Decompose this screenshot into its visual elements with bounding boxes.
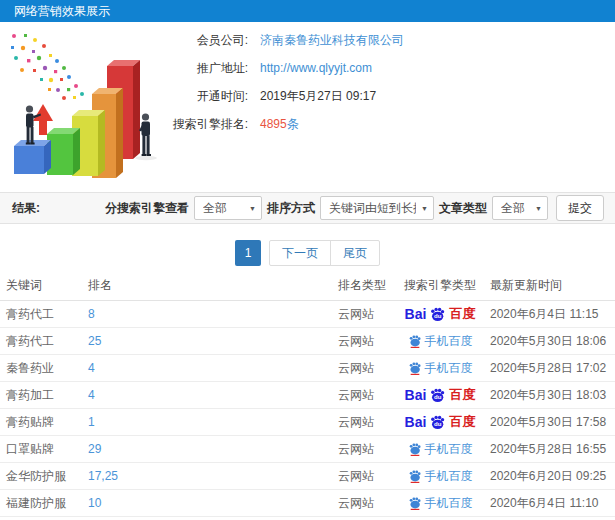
rank-type-cell: 云网站 xyxy=(332,387,396,404)
update-time-cell: 2020年5月30日 18:03 xyxy=(484,387,615,404)
engine-rank-count: 4895 xyxy=(260,118,287,130)
confetti-dots xyxy=(11,34,84,100)
next-page-button[interactable]: 下一页 xyxy=(270,241,331,265)
rank-type-cell: 云网站 xyxy=(332,495,396,512)
search-engine-cell: 手机百度 xyxy=(396,360,484,377)
rank-type-cell: 云网站 xyxy=(332,333,396,350)
search-engine-cell: 手机百度 xyxy=(396,495,484,512)
svg-text:du: du xyxy=(434,421,442,427)
table-row: 膏药代工8云网站Bai du 百度2020年6月4日 11:15 xyxy=(0,301,615,328)
company-link[interactable]: 济南秦鲁药业科技有限公司 xyxy=(260,34,404,46)
rank-link[interactable]: 4 xyxy=(88,388,95,402)
bar-green xyxy=(47,128,80,175)
rank-link[interactable]: 29 xyxy=(88,442,101,456)
engine-filter-value: 全部 xyxy=(203,200,244,217)
table-row: 膏药代工25云网站 手机百度2020年5月30日 18:06 xyxy=(0,328,615,355)
rank-cell: 1 xyxy=(82,415,332,429)
update-time-cell: 2020年5月30日 17:58 xyxy=(484,414,615,431)
results-section-label: 结果: xyxy=(0,200,40,217)
search-engine-cell: Bai du 百度 xyxy=(396,413,484,431)
mobile-baidu-label: 手机百度 xyxy=(425,495,473,512)
search-engine-cell: 手机百度 xyxy=(396,468,484,485)
search-engine-cell: 手机百度 xyxy=(396,333,484,350)
rank-link[interactable]: 4 xyxy=(88,361,95,375)
mobile-baidu-label: 手机百度 xyxy=(425,441,473,458)
column-rank-type: 排名类型 xyxy=(332,277,396,294)
rank-type-cell: 云网站 xyxy=(332,306,396,323)
baidu-logo-cn: 百度 xyxy=(449,413,475,431)
results-table: 关键词 排名 排名类型 搜索引擎类型 最新更新时间 膏药代工8云网站Bai du… xyxy=(0,271,615,520)
update-time-cell: 2020年6月4日 11:15 xyxy=(484,306,615,323)
keyword-cell: 膏药加工 xyxy=(0,387,82,404)
baidu-paw-icon xyxy=(408,496,422,510)
svg-text:du: du xyxy=(434,313,442,319)
baidu-paw-icon xyxy=(408,442,422,456)
page-1-button[interactable]: 1 xyxy=(235,240,261,266)
rank-cell: 25 xyxy=(82,334,332,348)
sort-filter-select[interactable]: 关键词由短到长排序 ▼ xyxy=(320,196,434,220)
rank-type-cell: 云网站 xyxy=(332,360,396,377)
table-row: 口罩贴牌29云网站 手机百度2020年5月28日 16:55 xyxy=(0,436,615,463)
rank-cell: 29 xyxy=(82,442,332,456)
mobile-baidu-label: 手机百度 xyxy=(425,360,473,377)
engine-filter-label: 分搜索引擎查看 xyxy=(105,200,189,217)
engine-rank-row: 搜索引擎排名: 4895 条 xyxy=(160,118,404,130)
results-table-body: 膏药代工8云网站Bai du 百度2020年6月4日 11:15膏药代工25云网… xyxy=(0,301,615,520)
baidu-logo-cn: 百度 xyxy=(449,305,475,323)
column-update-time: 最新更新时间 xyxy=(484,277,615,294)
search-engine-cell: 手机百度 xyxy=(396,441,484,458)
svg-text:du: du xyxy=(434,394,442,400)
pagination-group: 下一页 尾页 xyxy=(269,240,380,266)
baidu-logo-cn: 百度 xyxy=(449,386,475,404)
rank-link[interactable]: 17,25 xyxy=(88,469,118,483)
baidu-logo-text: Bai xyxy=(405,306,427,322)
baidu-paw-icon: du xyxy=(429,306,446,323)
open-time-label: 开通时间: xyxy=(160,90,248,102)
rank-cell: 8 xyxy=(82,307,332,321)
column-rank: 排名 xyxy=(82,277,332,294)
engine-rank-label: 搜索引擎排名: xyxy=(160,118,248,130)
table-row: 秦鲁药业4云网站 手机百度2020年5月28日 17:02 xyxy=(0,355,615,382)
titlebar: 网络营销效果展示 xyxy=(0,0,615,22)
last-page-button[interactable]: 尾页 xyxy=(331,241,379,265)
rank-type-cell: 云网站 xyxy=(332,414,396,431)
submit-button[interactable]: 提交 xyxy=(556,195,604,221)
rank-link[interactable]: 1 xyxy=(88,415,95,429)
baidu-paw-icon xyxy=(408,469,422,483)
promo-url-row: 推广地址: http://www.qlyyjt.com xyxy=(160,62,404,74)
open-time-row: 开通时间: 2019年5月27日 09:17 xyxy=(160,90,404,102)
article-type-value: 全部 xyxy=(501,200,530,217)
update-time-cell: 2020年6月4日 11:10 xyxy=(484,495,615,512)
baidu-paw-icon xyxy=(408,361,422,375)
baidu-paw-icon xyxy=(408,334,422,348)
rank-link[interactable]: 10 xyxy=(88,496,101,510)
rank-cell: 10 xyxy=(82,496,332,510)
open-time-value: 2019年5月27日 09:17 xyxy=(260,90,376,102)
bar-chart-illustration xyxy=(2,28,174,180)
table-header: 关键词 排名 排名类型 搜索引擎类型 最新更新时间 xyxy=(0,271,615,301)
mobile-baidu-label: 手机百度 xyxy=(425,333,473,350)
rank-link[interactable]: 8 xyxy=(88,307,95,321)
article-type-select[interactable]: 全部 ▼ xyxy=(492,196,548,220)
company-label: 会员公司: xyxy=(160,34,248,46)
table-row: 膏药贴牌1云网站Bai du 百度2020年5月30日 17:58 xyxy=(0,409,615,436)
rank-type-cell: 云网站 xyxy=(332,441,396,458)
keyword-cell: 金华防护服 xyxy=(0,468,82,485)
engine-rank-unit: 条 xyxy=(287,118,299,130)
chevron-down-icon: ▼ xyxy=(535,205,542,212)
sort-filter-label: 排序方式 xyxy=(267,200,315,217)
update-time-cell: 2020年5月30日 18:06 xyxy=(484,333,615,350)
chevron-down-icon: ▼ xyxy=(421,205,428,212)
table-row: 膏药加工4云网站Bai du 百度2020年5月30日 18:03 xyxy=(0,382,615,409)
column-engine-type: 搜索引擎类型 xyxy=(396,277,484,294)
update-time-cell: 2020年5月28日 17:02 xyxy=(484,360,615,377)
keyword-cell: 口罩贴牌 xyxy=(0,441,82,458)
businessman-left xyxy=(26,105,41,144)
update-time-cell: 2020年6月20日 09:25 xyxy=(484,468,615,485)
update-time-cell: 2020年5月28日 16:55 xyxy=(484,441,615,458)
rank-link[interactable]: 25 xyxy=(88,334,101,348)
mobile-baidu-label: 手机百度 xyxy=(425,468,473,485)
engine-filter-select[interactable]: 全部 ▼ xyxy=(194,196,262,220)
promo-url-link[interactable]: http://www.qlyyjt.com xyxy=(260,62,372,74)
info-panel: 会员公司: 济南秦鲁药业科技有限公司 推广地址: http://www.qlyy… xyxy=(160,34,404,146)
